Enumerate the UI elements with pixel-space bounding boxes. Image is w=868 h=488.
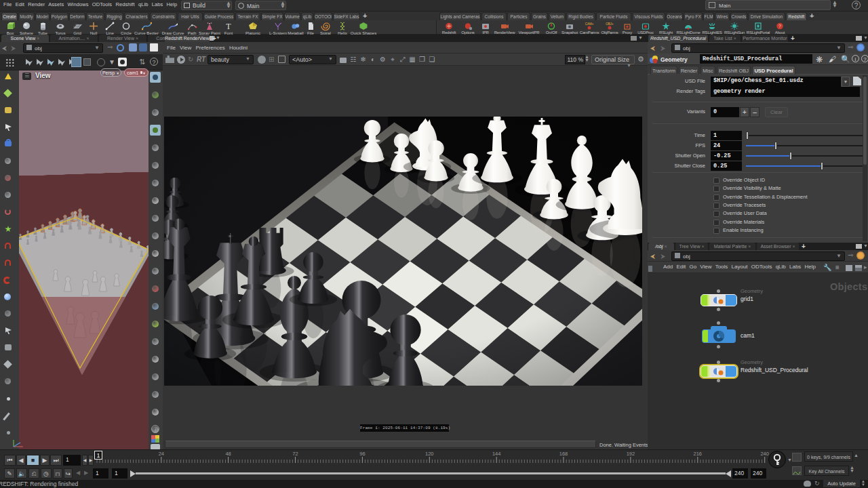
svg-text:144: 144 (492, 451, 501, 457)
svg-text:24: 24 (159, 451, 164, 457)
svg-text:120: 120 (425, 451, 434, 457)
svg-text:T: T (226, 22, 231, 30)
svg-text:216: 216 (694, 451, 703, 457)
svg-text:192: 192 (627, 451, 635, 457)
svg-text:?: ? (778, 24, 781, 28)
svg-text:48: 48 (225, 451, 231, 457)
svg-text:240: 240 (760, 451, 769, 457)
svg-text:72: 72 (292, 451, 298, 457)
svg-text:OBJ+: OBJ+ (606, 22, 614, 26)
svg-text:168: 168 (559, 451, 568, 457)
svg-text:CAM+: CAM+ (585, 22, 593, 26)
svg-text:96: 96 (359, 451, 365, 457)
